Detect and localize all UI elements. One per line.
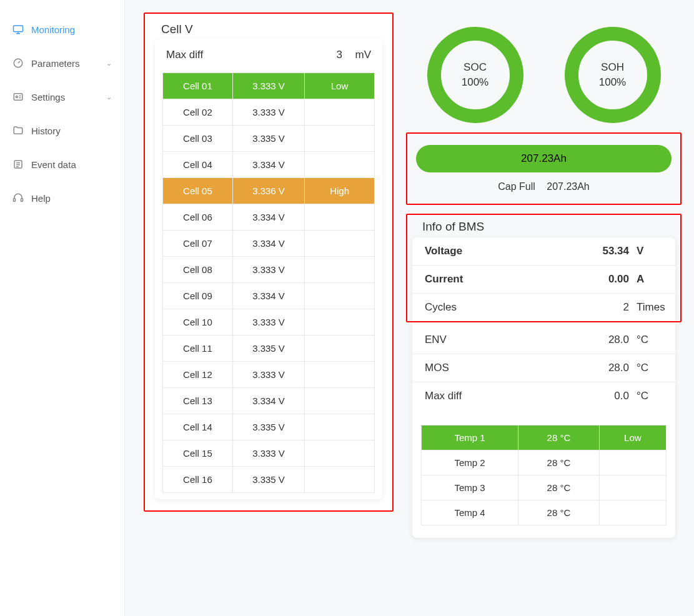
soc-label: SOC: [463, 61, 487, 74]
cell-voltage: 3.335 V: [232, 414, 304, 440]
cell-voltage: 3.333 V: [232, 362, 304, 388]
bms-row-value: 53.34: [585, 245, 629, 257]
cell-flag: [305, 335, 375, 362]
nav-help[interactable]: Help: [0, 181, 124, 215]
cell-flag: [305, 99, 375, 126]
nav-label: Settings: [31, 92, 65, 102]
bms-row: Voltage53.34V: [412, 237, 675, 266]
cell-voltage: 3.334 V: [232, 204, 304, 231]
cell-row[interactable]: Cell 103.333 V: [163, 309, 375, 335]
nav-history[interactable]: History: [0, 114, 124, 147]
maxdiff-label: Max diff: [166, 49, 330, 61]
cell-name: Cell 08: [163, 257, 233, 283]
cell-panel-title: Cell V: [145, 22, 392, 39]
bms-row-label: Max diff: [425, 390, 585, 402]
cell-row[interactable]: Cell 143.335 V: [163, 414, 375, 440]
soh-gauge: SOH 100%: [563, 25, 663, 125]
bms-row: Max diff0.0°C: [412, 382, 675, 410]
soh-label: SOH: [601, 61, 624, 74]
cell-name: Cell 09: [163, 283, 233, 309]
nav-monitoring[interactable]: Monitoring: [0, 12, 124, 46]
cell-row[interactable]: Cell 043.334 V: [163, 152, 375, 178]
cell-flag: [305, 283, 375, 309]
bms-row-label: MOS: [425, 362, 585, 374]
cell-row[interactable]: Cell 093.334 V: [163, 283, 375, 309]
cell-row[interactable]: Cell 163.335 V: [163, 467, 375, 493]
folder-icon: [12, 125, 24, 136]
capacity-panel: 207.23Ah Cap Full 207.23Ah: [406, 132, 682, 205]
nav-parameters[interactable]: Parameters ⌄: [0, 46, 124, 80]
bms-row-label: Current: [425, 273, 585, 286]
bms-row-unit: °C: [629, 362, 663, 374]
cell-voltage: 3.335 V: [232, 467, 304, 493]
svg-rect-12: [14, 199, 16, 202]
temp-name: Temp 3: [422, 475, 518, 500]
temp-row[interactable]: Temp 128 °CLow: [422, 425, 667, 450]
nav-settings[interactable]: Settings ⌄: [0, 80, 124, 114]
cell-row[interactable]: Cell 153.333 V: [163, 440, 375, 467]
temp-row[interactable]: Temp 228 °C: [422, 450, 667, 475]
nav-label: History: [31, 126, 61, 136]
cell-name: Cell 03: [163, 126, 233, 152]
cell-name: Cell 07: [163, 231, 233, 257]
cell-voltage: 3.333 V: [232, 257, 304, 283]
cell-flag: [305, 204, 375, 231]
cell-maxdiff-row: Max diff 3 mV: [155, 39, 382, 72]
cell-voltage: 3.334 V: [232, 231, 304, 257]
cell-voltage: 3.334 V: [232, 388, 304, 414]
cell-row[interactable]: Cell 073.334 V: [163, 231, 375, 257]
bms-row-value: 0.0: [585, 390, 629, 402]
temp-row[interactable]: Temp 428 °C: [422, 500, 667, 525]
cell-row[interactable]: Cell 053.336 VHigh: [163, 178, 375, 204]
main-content: Cell V Max diff 3 mV Cell 013.333 VLowCe…: [125, 0, 694, 616]
temp-table: Temp 128 °CLowTemp 228 °CTemp 328 °CTemp…: [421, 425, 667, 525]
cell-name: Cell 06: [163, 204, 233, 231]
cell-name: Cell 13: [163, 388, 233, 414]
cell-name: Cell 12: [163, 362, 233, 388]
cell-name: Cell 05: [163, 178, 233, 204]
soh-value: 100%: [599, 76, 626, 89]
cell-row[interactable]: Cell 013.333 VLow: [163, 73, 375, 99]
cell-name: Cell 16: [163, 467, 233, 493]
temp-value: 28 °C: [518, 450, 600, 475]
cell-name: Cell 10: [163, 309, 233, 335]
capacity-full-label: Cap Full: [498, 181, 535, 192]
cell-flag: [305, 414, 375, 440]
cell-row[interactable]: Cell 113.335 V: [163, 335, 375, 362]
temp-flag: [599, 500, 666, 525]
bms-row-unit: Times: [629, 301, 663, 314]
bms-row-unit: °C: [629, 334, 663, 346]
cell-row[interactable]: Cell 123.333 V: [163, 362, 375, 388]
bms-row-label: ENV: [425, 334, 585, 346]
cell-voltage: 3.335 V: [232, 335, 304, 362]
cell-row[interactable]: Cell 023.333 V: [163, 99, 375, 126]
cell-voltage: 3.334 V: [232, 283, 304, 309]
svg-rect-0: [14, 26, 23, 32]
bms-row-unit: A: [629, 273, 663, 286]
temp-value: 28 °C: [518, 500, 600, 525]
chevron-down-icon: ⌄: [106, 93, 112, 101]
cell-row[interactable]: Cell 133.334 V: [163, 388, 375, 414]
cell-row[interactable]: Cell 033.335 V: [163, 126, 375, 152]
cell-voltage: 3.333 V: [232, 99, 304, 126]
nav-event-data[interactable]: Event data: [0, 147, 124, 181]
cell-flag: [305, 257, 375, 283]
soc-value: 100%: [462, 76, 488, 89]
temp-name: Temp 4: [422, 500, 518, 525]
cell-row[interactable]: Cell 063.334 V: [163, 204, 375, 231]
bms-row: MOS28.0°C: [412, 354, 675, 382]
bms-row-value: 28.0: [585, 362, 629, 374]
bms-row-label: Cycles: [425, 301, 585, 314]
capacity-current: 207.23Ah: [416, 145, 672, 172]
cell-flag: [305, 440, 375, 467]
cell-row[interactable]: Cell 083.333 V: [163, 257, 375, 283]
cell-flag: High: [305, 178, 375, 204]
temp-row[interactable]: Temp 328 °C: [422, 475, 667, 500]
svg-point-5: [16, 96, 17, 98]
bms-title: Info of BMS: [407, 220, 680, 237]
headset-icon: [12, 192, 24, 204]
gauges-row: SOC 100% SOH 100%: [406, 12, 682, 131]
sidebar: Monitoring Parameters ⌄ Settings ⌄ Histo…: [0, 0, 125, 616]
bms-row-value: 2: [585, 301, 629, 314]
capacity-full-row: Cap Full 207.23Ah: [416, 172, 672, 192]
